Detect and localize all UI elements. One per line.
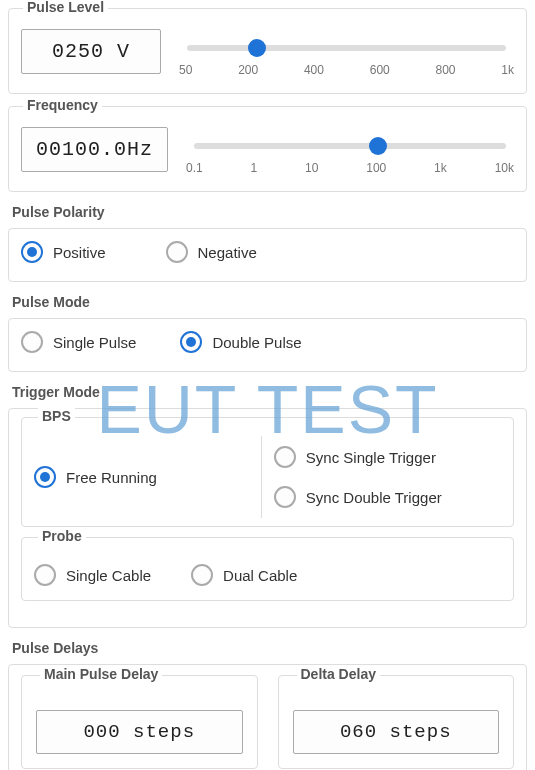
delta-delay-label: Delta Delay <box>297 666 380 682</box>
radio-label: Dual Cable <box>223 567 297 584</box>
radio-icon <box>21 331 43 353</box>
radio-bps-sync-double[interactable]: Sync Double Trigger <box>274 486 501 508</box>
radio-label: Negative <box>198 244 257 261</box>
radio-label: Single Cable <box>66 567 151 584</box>
radio-label: Double Pulse <box>212 334 301 351</box>
frequency-group: Frequency 00100.0Hz 0.1 1 10 100 1k 10k <box>8 106 527 192</box>
probe-group: Probe Single Cable Dual Cable <box>21 537 514 601</box>
pulse-level-label: Pulse Level <box>23 0 108 15</box>
pulse-mode-group: Single Pulse Double Pulse <box>8 318 527 372</box>
pulse-level-slider[interactable]: 50 200 400 600 800 1k <box>179 29 514 77</box>
radio-mode-single[interactable]: Single Pulse <box>21 331 136 353</box>
frequency-slider[interactable]: 0.1 1 10 100 1k 10k <box>186 127 514 175</box>
pulse-level-ticks: 50 200 400 600 800 1k <box>179 63 514 77</box>
bps-group: BPS Free Running Sync Single Trigger Syn… <box>21 417 514 527</box>
main-pulse-delay-label: Main Pulse Delay <box>40 666 162 682</box>
probe-label: Probe <box>38 528 86 544</box>
trigger-mode-group: BPS Free Running Sync Single Trigger Syn… <box>8 408 527 628</box>
pulse-mode-label: Pulse Mode <box>12 294 527 310</box>
radio-polarity-negative[interactable]: Negative <box>166 241 257 263</box>
radio-bps-sync-single[interactable]: Sync Single Trigger <box>274 446 501 468</box>
radio-label: Single Pulse <box>53 334 136 351</box>
pulse-polarity-group: Positive Negative <box>8 228 527 282</box>
bps-label: BPS <box>38 408 75 424</box>
pulse-delays-group: Main Pulse Delay 000 steps Delta Delay 0… <box>8 664 527 770</box>
radio-icon <box>34 466 56 488</box>
radio-label: Sync Double Trigger <box>306 489 442 506</box>
frequency-label: Frequency <box>23 97 102 113</box>
radio-icon <box>21 241 43 263</box>
frequency-ticks: 0.1 1 10 100 1k 10k <box>186 161 514 175</box>
main-pulse-delay-value[interactable]: 000 steps <box>36 710 243 754</box>
radio-probe-single[interactable]: Single Cable <box>34 564 151 586</box>
radio-icon <box>274 446 296 468</box>
radio-polarity-positive[interactable]: Positive <box>21 241 106 263</box>
radio-icon <box>166 241 188 263</box>
main-pulse-delay-group: Main Pulse Delay 000 steps <box>21 675 258 769</box>
radio-icon <box>180 331 202 353</box>
radio-label: Positive <box>53 244 106 261</box>
radio-icon <box>34 564 56 586</box>
pulse-polarity-label: Pulse Polarity <box>12 204 527 220</box>
frequency-thumb[interactable] <box>369 137 387 155</box>
radio-icon <box>191 564 213 586</box>
delta-delay-group: Delta Delay 060 steps <box>278 675 515 769</box>
frequency-value[interactable]: 00100.0Hz <box>21 127 168 172</box>
radio-icon <box>274 486 296 508</box>
pulse-level-group: Pulse Level 0250 V 50 200 400 600 800 1k <box>8 8 527 94</box>
radio-probe-dual[interactable]: Dual Cable <box>191 564 297 586</box>
divider <box>261 436 262 518</box>
radio-mode-double[interactable]: Double Pulse <box>180 331 301 353</box>
pulse-level-value[interactable]: 0250 V <box>21 29 161 74</box>
pulse-level-thumb[interactable] <box>248 39 266 57</box>
delta-delay-value[interactable]: 060 steps <box>293 710 500 754</box>
radio-label: Sync Single Trigger <box>306 449 436 466</box>
pulse-delays-label: Pulse Delays <box>12 640 527 656</box>
radio-bps-free[interactable]: Free Running <box>34 466 157 488</box>
radio-label: Free Running <box>66 469 157 486</box>
trigger-mode-label: Trigger Mode <box>12 384 527 400</box>
